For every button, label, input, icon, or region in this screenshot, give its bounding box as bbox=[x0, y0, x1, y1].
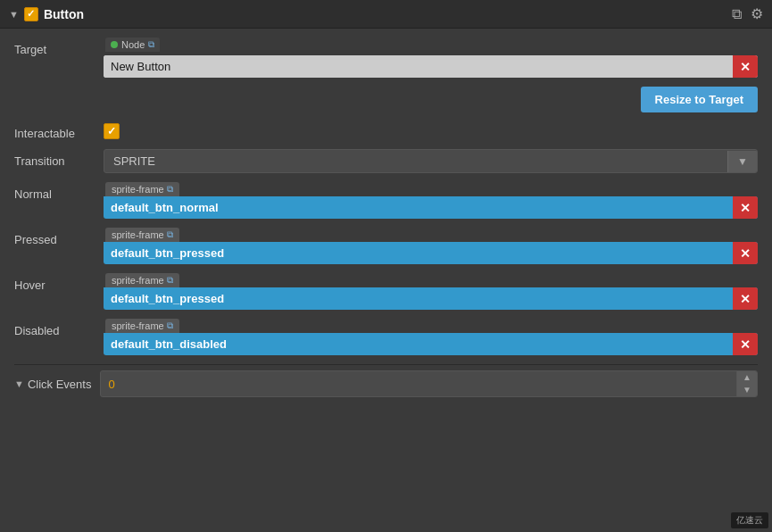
disabled-sprite-section: sprite-frame ⧉ default_btn_disabled ✕ bbox=[104, 319, 758, 355]
hover-label: Hover bbox=[14, 273, 95, 292]
transition-row: Transition SPRITE ▼ bbox=[14, 149, 758, 173]
interactable-row: Interactable bbox=[14, 121, 758, 140]
normal-clear-button[interactable]: ✕ bbox=[733, 196, 758, 219]
disabled-sprite-input: default_btn_disabled ✕ bbox=[104, 333, 758, 355]
button-panel: ▼ Button ⧉ ⚙ Target Node ⧉ ✕ bbox=[0, 0, 772, 406]
resize-to-target-button[interactable]: Resize to Target bbox=[641, 87, 758, 112]
target-label: Target bbox=[14, 37, 95, 56]
panel-title: Button bbox=[44, 7, 84, 21]
pressed-sprite-badge-text: sprite-frame bbox=[112, 229, 164, 240]
node-badge-label: Node bbox=[121, 39, 145, 50]
node-link-icon[interactable]: ⧉ bbox=[148, 39, 154, 50]
click-events-label: Click Events bbox=[28, 378, 92, 391]
target-clear-button[interactable]: ✕ bbox=[733, 55, 758, 78]
disabled-sprite-value: default_btn_disabled bbox=[104, 333, 733, 355]
disabled-sprite-badge-text: sprite-frame bbox=[112, 320, 164, 331]
click-events-stepper: ▲ ▼ bbox=[736, 371, 757, 396]
normal-label: Normal bbox=[14, 182, 95, 201]
target-content: Node ⧉ ✕ bbox=[104, 37, 758, 78]
normal-sprite-link-icon[interactable]: ⧉ bbox=[167, 184, 173, 195]
click-events-decrement-button[interactable]: ▼ bbox=[737, 384, 757, 396]
copy-icon-button[interactable]: ⧉ bbox=[732, 6, 742, 22]
hover-sprite-badge: sprite-frame ⧉ bbox=[105, 273, 179, 287]
collapse-arrow-icon[interactable]: ▼ bbox=[9, 9, 19, 20]
panel-content: Target Node ⧉ ✕ Resize to Target Interac… bbox=[0, 29, 772, 406]
interactable-checkbox[interactable] bbox=[104, 123, 120, 139]
click-events-label-wrap: ▼ Click Events bbox=[14, 378, 91, 391]
normal-sprite-badge: sprite-frame ⧉ bbox=[105, 182, 179, 196]
transition-select[interactable]: SPRITE ▼ bbox=[104, 149, 758, 173]
panel-enable-checkbox[interactable] bbox=[24, 7, 38, 21]
pressed-sprite-section: sprite-frame ⧉ default_btn_pressed ✕ bbox=[104, 228, 758, 264]
hover-sprite-badge-text: sprite-frame bbox=[112, 275, 164, 286]
hover-sprite-value: default_btn_pressed bbox=[104, 287, 733, 310]
target-row: Target Node ⧉ ✕ bbox=[14, 37, 758, 78]
transition-label: Transition bbox=[14, 149, 95, 168]
pressed-sprite-link-icon[interactable]: ⧉ bbox=[167, 229, 173, 240]
click-events-input-wrap: ▲ ▼ bbox=[100, 370, 758, 397]
panel-header-left: ▼ Button bbox=[9, 7, 84, 21]
hover-row: Hover sprite-frame ⧉ default_btn_pressed… bbox=[14, 273, 758, 310]
click-events-row: ▼ Click Events ▲ ▼ bbox=[14, 370, 758, 397]
watermark: 亿速云 bbox=[731, 512, 768, 528]
pressed-clear-button[interactable]: ✕ bbox=[733, 242, 758, 264]
transition-dropdown-icon[interactable]: ▼ bbox=[727, 151, 757, 172]
transition-content: SPRITE ▼ bbox=[104, 149, 758, 173]
node-status-dot bbox=[111, 41, 118, 48]
click-events-input[interactable] bbox=[101, 373, 736, 395]
target-input-wrap: ✕ bbox=[104, 55, 758, 78]
pressed-sprite-input: default_btn_pressed ✕ bbox=[104, 242, 758, 264]
normal-sprite-section: sprite-frame ⧉ default_btn_normal ✕ bbox=[104, 182, 758, 219]
transition-value: SPRITE bbox=[104, 150, 727, 172]
pressed-sprite-badge: sprite-frame ⧉ bbox=[105, 228, 179, 242]
normal-sprite-badge-text: sprite-frame bbox=[112, 184, 164, 195]
disabled-label: Disabled bbox=[14, 319, 95, 337]
hover-clear-button[interactable]: ✕ bbox=[733, 287, 758, 310]
pressed-label: Pressed bbox=[14, 228, 95, 246]
normal-row: Normal sprite-frame ⧉ default_btn_normal… bbox=[14, 182, 758, 219]
hover-sprite-input: default_btn_pressed ✕ bbox=[104, 287, 758, 310]
disabled-clear-button[interactable]: ✕ bbox=[733, 333, 758, 355]
pressed-sprite-value: default_btn_pressed bbox=[104, 242, 733, 264]
resize-row: Resize to Target bbox=[14, 87, 758, 112]
panel-icons: ⧉ ⚙ bbox=[732, 5, 763, 22]
panel-header: ▼ Button ⧉ ⚙ bbox=[0, 0, 772, 29]
click-events-increment-button[interactable]: ▲ bbox=[737, 371, 757, 384]
normal-sprite-input: default_btn_normal ✕ bbox=[104, 196, 758, 219]
target-input[interactable] bbox=[104, 55, 733, 78]
hover-sprite-section: sprite-frame ⧉ default_btn_pressed ✕ bbox=[104, 273, 758, 310]
node-badge: Node ⧉ bbox=[105, 37, 160, 52]
click-events-collapse-icon[interactable]: ▼ bbox=[14, 378, 24, 389]
gear-icon-button[interactable]: ⚙ bbox=[751, 5, 763, 22]
disabled-row: Disabled sprite-frame ⧉ default_btn_disa… bbox=[14, 319, 758, 355]
interactable-label: Interactable bbox=[14, 121, 95, 140]
hover-sprite-link-icon[interactable]: ⧉ bbox=[167, 275, 173, 286]
disabled-sprite-link-icon[interactable]: ⧉ bbox=[167, 320, 173, 331]
normal-sprite-value: default_btn_normal bbox=[104, 196, 733, 219]
pressed-row: Pressed sprite-frame ⧉ default_btn_press… bbox=[14, 228, 758, 264]
section-divider bbox=[14, 364, 758, 365]
disabled-sprite-badge: sprite-frame ⧉ bbox=[105, 319, 179, 333]
